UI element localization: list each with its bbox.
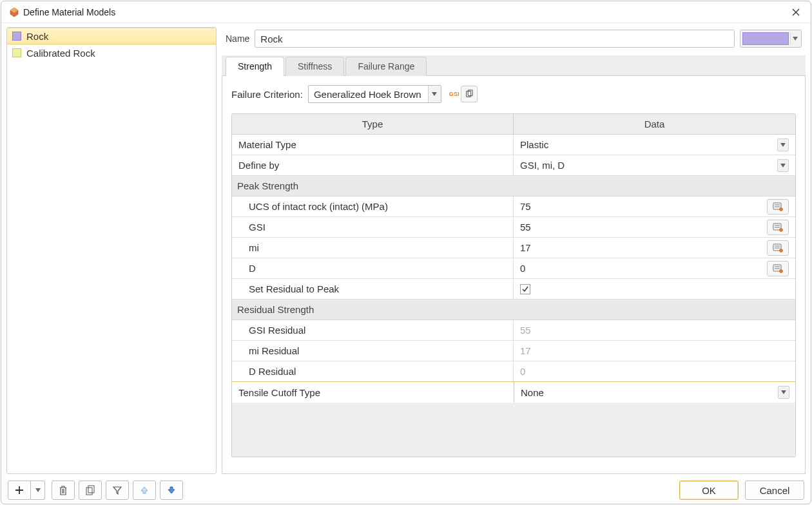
gsi-calculator-icon[interactable]: GSI [449, 91, 459, 97]
tab-bar: Strength Stiffness Failure Range [222, 55, 806, 76]
dropdown-arrow-icon [777, 138, 789, 151]
tab-failure-range[interactable]: Failure Range [345, 57, 427, 76]
copy-properties-button[interactable] [461, 86, 478, 102]
add-button-group [8, 481, 45, 500]
failure-criterion-combo[interactable]: Generalized Hoek Brown [308, 85, 441, 103]
row-label-d-residual: D Residual [232, 361, 514, 382]
content-area: Rock Calibrated Rock Name St [1, 23, 811, 504]
row-value-define-by[interactable]: GSI, mi, D [514, 155, 795, 176]
row-label-set-residual: Set Residual to Peak [232, 279, 514, 300]
move-down-button[interactable] [160, 481, 183, 500]
section-residual-strength: Residual Strength [232, 300, 795, 320]
material-list[interactable]: Rock Calibrated Rock [6, 27, 217, 474]
row-value-d-residual: 0 [514, 361, 795, 382]
close-button[interactable] [786, 4, 806, 21]
move-up-button[interactable] [133, 481, 156, 500]
window-title: Define Material Models [23, 7, 782, 17]
dropdown-arrow-icon [778, 386, 789, 399]
app-icon [9, 7, 19, 17]
row-lookup-button[interactable] [767, 240, 789, 256]
dropdown-arrow-icon [777, 159, 789, 172]
checkbox-set-residual[interactable] [520, 284, 530, 294]
material-name: Rock [26, 31, 48, 42]
color-chip [742, 32, 789, 45]
material-list-item[interactable]: Rock [7, 28, 216, 44]
section-peak-strength: Peak Strength [232, 176, 795, 196]
dropdown-arrow-icon [428, 86, 441, 102]
failure-criterion-row: Failure Criterion: Generalized Hoek Brow… [231, 85, 796, 103]
tab-stiffness[interactable]: Stiffness [285, 57, 344, 76]
dropdown-arrow-icon [790, 32, 799, 45]
svg-point-19 [780, 269, 783, 272]
col-header-type: Type [232, 114, 514, 135]
tab-strength[interactable]: Strength [226, 57, 284, 76]
name-bar: Name [222, 27, 806, 55]
dialog-window: Define Material Models Rock Calibrated R… [1, 1, 811, 504]
svg-rect-21 [88, 486, 94, 493]
property-table: Type Data Material Type Plastic Define b… [231, 113, 796, 457]
failure-criterion-label: Failure Criterion: [231, 89, 303, 100]
material-swatch-icon [12, 32, 21, 41]
material-list-item[interactable]: Calibrated Rock [7, 44, 216, 61]
row-label-d: D [232, 258, 514, 279]
row-value-tensile-cutoff[interactable]: None [514, 381, 796, 403]
material-name: Calibrated Rock [26, 48, 95, 59]
row-label-material-type: Material Type [232, 135, 514, 155]
bottom-bar: OK Cancel [1, 477, 811, 504]
add-dropdown-button[interactable] [31, 481, 45, 500]
row-label-gsi: GSI [232, 217, 514, 238]
add-material-button[interactable] [8, 481, 31, 500]
delete-button[interactable] [52, 481, 75, 500]
duplicate-button[interactable] [79, 481, 102, 500]
svg-point-7 [780, 207, 783, 211]
row-label-ucs: UCS of intact rock (intact) (MPa) [232, 196, 514, 217]
row-lookup-button[interactable] [767, 199, 789, 214]
col-header-data: Data [514, 114, 795, 135]
editor-panel: Name Strength Stiffness Failure Range Fa… [222, 27, 806, 474]
row-label-gsi-residual: GSI Residual [232, 320, 514, 341]
row-label-define-by: Define by [232, 155, 514, 176]
row-value-material-type[interactable]: Plastic [514, 135, 795, 155]
tab-body-strength: Failure Criterion: Generalized Hoek Brow… [222, 76, 806, 474]
material-name-input[interactable] [255, 30, 735, 48]
material-swatch-icon [12, 48, 21, 57]
row-value-mi[interactable]: 17 [514, 238, 795, 258]
row-label-tensile-cutoff: Tensile Cutoff Type [231, 381, 514, 403]
name-label: Name [226, 33, 249, 44]
row-value-mi-residual: 17 [514, 341, 795, 361]
row-lookup-button[interactable] [767, 220, 789, 235]
row-value-gsi[interactable]: 55 [514, 217, 795, 238]
row-label-mi: mi [232, 238, 514, 258]
combo-value: Generalized Hoek Brown [309, 89, 428, 100]
row-value-gsi-residual: 55 [514, 320, 795, 341]
row-value-set-residual[interactable] [514, 279, 795, 300]
row-label-mi-residual: mi Residual [232, 341, 514, 361]
svg-rect-20 [86, 488, 92, 495]
titlebar: Define Material Models [1, 1, 811, 23]
svg-point-15 [780, 249, 783, 252]
ok-button[interactable]: OK [679, 481, 739, 500]
material-color-picker[interactable] [740, 30, 802, 48]
cancel-button[interactable]: Cancel [745, 481, 804, 500]
table-empty-area [232, 403, 795, 457]
row-value-ucs[interactable]: 75 [514, 196, 795, 217]
filter-button[interactable] [106, 481, 129, 500]
row-lookup-button[interactable] [767, 261, 789, 276]
row-value-d[interactable]: 0 [514, 258, 795, 279]
svg-point-11 [780, 228, 783, 231]
